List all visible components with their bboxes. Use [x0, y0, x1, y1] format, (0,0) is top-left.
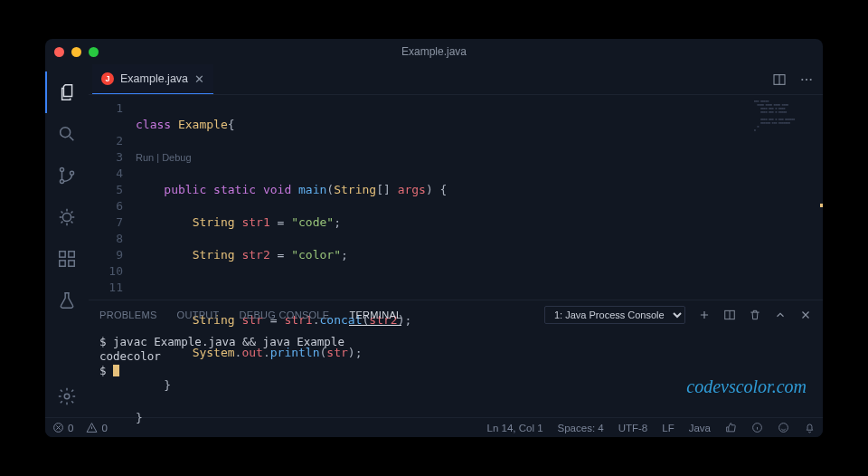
tab-label: Example.java	[120, 72, 188, 85]
panel-tab-terminal[interactable]: TERMINAL	[349, 309, 401, 326]
panel-tab-debug-console[interactable]: DEBUG CONSOLE	[240, 309, 330, 320]
editor-area[interactable]: 1 2 3 4 5 6 7 8 9 10 11 class Example{ R…	[89, 95, 823, 300]
chevron-up-icon	[774, 309, 787, 321]
status-encoding[interactable]: UTF-8	[618, 423, 648, 433]
terminal-cursor	[113, 365, 119, 376]
java-file-icon: J	[101, 72, 114, 85]
close-icon	[799, 309, 812, 321]
split-icon	[723, 309, 736, 321]
svg-point-17	[779, 424, 788, 433]
bottom-panel: PROBLEMS OUTPUT DEBUG CONSOLE TERMINAL 1…	[89, 300, 823, 417]
search-tab[interactable]	[45, 113, 89, 155]
split-editor-button[interactable]	[772, 72, 787, 87]
bell-icon	[804, 422, 816, 433]
svg-rect-6	[69, 252, 74, 257]
svg-point-1	[60, 168, 63, 172]
watermark: codevscolor.com	[686, 376, 807, 397]
close-tab-button[interactable]: ✕	[194, 72, 204, 86]
window: Example.java	[45, 39, 823, 437]
branch-icon	[57, 166, 77, 186]
svg-rect-8	[69, 261, 74, 266]
error-icon	[52, 422, 64, 433]
gear-icon	[57, 386, 77, 406]
svg-point-2	[60, 179, 63, 183]
more-actions-button[interactable]	[799, 72, 814, 87]
activitybar	[45, 64, 89, 417]
editor-main: J Example.java ✕ 1 2	[89, 64, 823, 417]
svg-point-4	[62, 213, 71, 221]
status-thumbs-up[interactable]	[725, 422, 737, 433]
panel-tab-output[interactable]: OUTPUT	[177, 309, 220, 320]
extensions-icon	[57, 249, 77, 269]
beaker-icon	[57, 290, 77, 310]
window-title: Example.java	[401, 45, 467, 58]
panel-tabs: PROBLEMS OUTPUT DEBUG CONSOLE TERMINAL 1…	[89, 300, 823, 329]
status-cursor-position[interactable]: Ln 14, Col 1	[487, 423, 543, 433]
svg-point-13	[810, 78, 812, 80]
kill-terminal-button[interactable]	[749, 309, 761, 321]
status-indentation[interactable]: Spaces: 4	[558, 423, 604, 433]
files-icon	[58, 82, 78, 102]
status-info[interactable]	[751, 422, 763, 433]
svg-rect-5	[60, 252, 65, 257]
window-body: J Example.java ✕ 1 2	[45, 64, 823, 417]
trash-icon	[749, 309, 761, 321]
status-feedback[interactable]	[778, 422, 789, 433]
svg-point-9	[64, 394, 70, 399]
traffic-lights	[54, 47, 99, 57]
settings-button[interactable]	[45, 376, 89, 417]
debug-tab[interactable]	[45, 196, 89, 238]
smiley-icon	[778, 422, 789, 433]
code-content[interactable]: class Example{ Run | Debug public static…	[136, 95, 447, 300]
svg-point-12	[806, 78, 807, 80]
codelens-debug[interactable]: Debug	[162, 149, 191, 166]
terminal-line: codecolor	[99, 349, 812, 364]
terminal[interactable]: $ javac Example.java && java Example cod…	[89, 329, 823, 417]
maximize-window-button[interactable]	[89, 47, 99, 57]
minimap[interactable]: ▄▄▄ ▄▄▄▄▄ ▄▄▄▄ ▄▄▄▄ ▄▄▄▄ ▄▄▄▄ ▄▄▄▄ ▄▄▄ ▄…	[750, 97, 823, 151]
close-window-button[interactable]	[54, 47, 64, 57]
new-terminal-button[interactable]	[698, 309, 711, 321]
terminal-selector[interactable]: 1: Java Process Console	[544, 306, 685, 324]
terminal-line: $ javac Example.java && java Example	[99, 335, 812, 349]
info-icon	[751, 422, 763, 433]
status-eol[interactable]: LF	[662, 423, 674, 433]
plus-icon	[698, 309, 711, 321]
close-panel-button[interactable]	[799, 309, 812, 321]
editor-tab-example[interactable]: J Example.java ✕	[92, 64, 213, 94]
line-gutter: 1 2 3 4 5 6 7 8 9 10 11	[89, 95, 136, 300]
ellipsis-icon	[799, 72, 814, 87]
warning-icon	[86, 422, 98, 433]
source-control-tab[interactable]	[45, 155, 89, 196]
svg-point-11	[801, 78, 803, 80]
svg-point-3	[70, 171, 73, 175]
explorer-tab[interactable]	[45, 71, 89, 113]
svg-point-0	[61, 128, 71, 138]
titlebar: Example.java	[45, 39, 823, 64]
maximize-panel-button[interactable]	[774, 309, 787, 321]
svg-rect-7	[60, 261, 65, 266]
status-notifications[interactable]	[804, 422, 816, 433]
status-language[interactable]: Java	[689, 423, 711, 433]
codelens-run[interactable]: Run	[136, 149, 154, 166]
split-icon	[772, 72, 787, 87]
status-warnings[interactable]: 0	[86, 422, 107, 433]
panel-tab-problems[interactable]: PROBLEMS	[99, 309, 157, 320]
testing-tab[interactable]	[45, 280, 89, 321]
overview-ruler-marker	[820, 204, 823, 207]
status-errors[interactable]: 0	[52, 422, 73, 433]
search-icon	[57, 124, 77, 144]
extensions-tab[interactable]	[45, 238, 89, 280]
thumbs-up-icon	[725, 422, 737, 433]
minimize-window-button[interactable]	[71, 47, 81, 57]
split-terminal-button[interactable]	[723, 309, 736, 321]
editor-tabs: J Example.java ✕	[89, 64, 823, 95]
bug-icon	[57, 207, 77, 227]
